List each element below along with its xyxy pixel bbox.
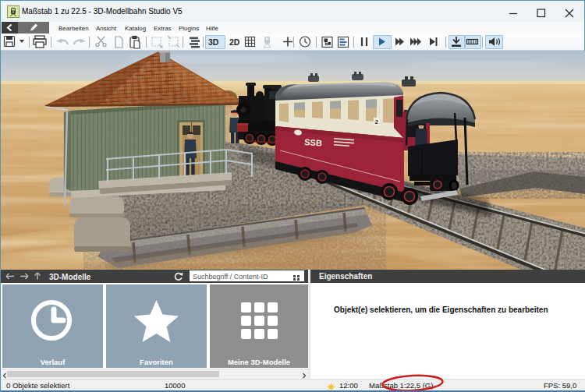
svg-text:SSB: SSB — [304, 137, 322, 148]
svg-text:2: 2 — [375, 118, 379, 125]
svg-text:3D-Modelle: 3D-Modelle — [49, 273, 91, 281]
